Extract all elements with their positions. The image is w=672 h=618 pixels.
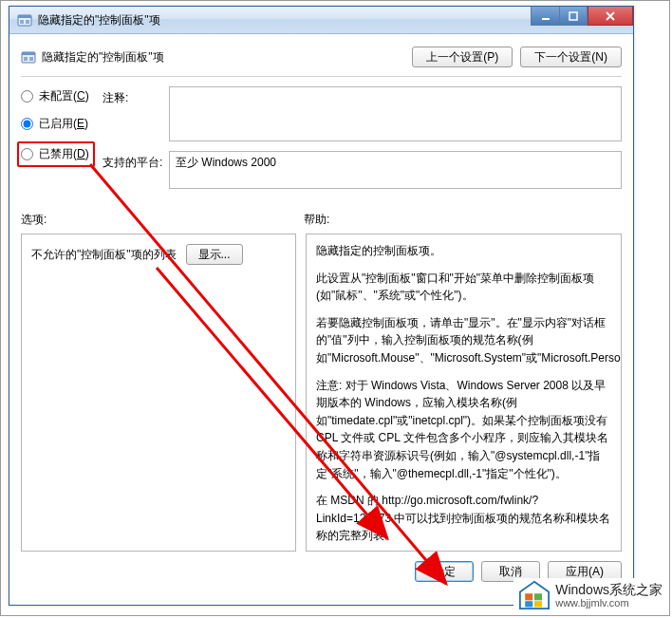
svg-rect-16	[534, 601, 542, 607]
svg-rect-15	[525, 601, 532, 607]
options-row: 不允许的"控制面板"项的列表 显示...	[31, 244, 286, 265]
svg-rect-3	[26, 20, 29, 24]
platform-row: 支持的平台: 至少 Windows 2000	[103, 151, 622, 189]
help-label: 帮助:	[304, 212, 329, 228]
app-icon	[17, 12, 32, 28]
radio-enabled-label: 已启用(	[39, 117, 77, 130]
prev-setting-label: 上一个设置(P)	[426, 50, 498, 64]
section-labels: 选项: 帮助:	[21, 212, 622, 228]
maximize-button[interactable]	[559, 7, 588, 26]
platform-value: 至少 Windows 2000	[169, 151, 622, 189]
watermark-line1: Windows系统之家	[555, 582, 663, 597]
upper-grid: 未配置(C) 已启用(E) 已禁用(D) 注释:	[21, 86, 622, 198]
help-p2: 此设置从"控制面板"窗口和"开始"菜单中删除控制面板项(如"鼠标"、"系统"或"…	[316, 270, 611, 305]
platform-label: 支持的平台:	[103, 151, 169, 189]
radio-disabled-label: 已禁用(	[39, 147, 77, 160]
policy-icon	[21, 49, 36, 65]
help-p4: 注意: 对于 Windows Vista、Windows Server 2008…	[316, 377, 611, 483]
svg-rect-5	[569, 12, 577, 20]
svg-rect-4	[542, 18, 550, 20]
ok-button-label: 确定	[433, 565, 456, 578]
ok-button[interactable]: 确定	[415, 561, 474, 582]
help-p3: 若要隐藏控制面板项，请单击"显示"。在"显示内容"对话框的"值"列中，输入控制面…	[316, 314, 611, 367]
options-panel: 不允许的"控制面板"项的列表 显示...	[21, 234, 296, 552]
radio-enabled[interactable]: 已启用(E)	[21, 116, 103, 132]
watermark-text: Windows系统之家 www.bjjmlv.com	[555, 582, 663, 609]
comment-textarea[interactable]	[169, 86, 622, 141]
radio-disabled-input[interactable]	[21, 148, 33, 160]
help-panel[interactable]: 隐藏指定的控制面板项。 此设置从"控制面板"窗口和"开始"菜单中删除控制面板项(…	[306, 234, 622, 552]
watermark: Windows系统之家 www.bjjmlv.com	[513, 578, 666, 612]
watermark-line2: www.bjjmlv.com	[555, 597, 663, 609]
cancel-button-label: 取消	[499, 565, 522, 578]
lower-grid: 不允许的"控制面板"项的列表 显示... 隐藏指定的控制面板项。 此设置从"控制…	[21, 234, 622, 552]
radio-enabled-input[interactable]	[21, 118, 33, 130]
svg-rect-14	[534, 593, 542, 600]
radio-not-configured-input[interactable]	[21, 90, 33, 103]
svg-rect-8	[24, 57, 28, 61]
svg-rect-1	[18, 15, 31, 18]
prev-setting-button[interactable]: 上一个设置(P)	[412, 47, 513, 67]
apply-button-label: 应用(A)	[566, 565, 604, 578]
disallowed-list-label: 不允许的"控制面板"项的列表	[31, 247, 177, 263]
fields-column: 注释: 支持的平台: 至少 Windows 2000	[103, 86, 622, 198]
header-row: 隐藏指定的"控制面板"项 上一个设置(P) 下一个设置(N)	[21, 44, 622, 70]
radio-not-configured[interactable]: 未配置(C)	[21, 88, 103, 104]
show-button[interactable]: 显示...	[186, 244, 243, 265]
dialog-window: 隐藏指定的"控制面板"项 隐藏指定的"控制面板"项	[9, 6, 634, 606]
svg-rect-9	[29, 57, 33, 61]
close-button[interactable]	[588, 7, 633, 26]
minimize-button[interactable]	[531, 7, 559, 26]
show-button-label: 显示...	[198, 248, 231, 261]
divider	[21, 76, 622, 77]
window-controls	[531, 7, 633, 26]
radio-column: 未配置(C) 已启用(E) 已禁用(D)	[21, 86, 103, 198]
help-p5: 在 MSDN 的 http://go.microsoft.com/fwlink/…	[316, 492, 611, 545]
policy-title: 隐藏指定的"控制面板"项	[42, 49, 404, 66]
radio-disabled[interactable]: 已禁用(D)	[21, 146, 89, 162]
next-setting-button[interactable]: 下一个设置(N)	[520, 47, 622, 67]
svg-rect-7	[22, 52, 35, 55]
radio-not-configured-label: 未配置(	[39, 89, 77, 103]
svg-rect-2	[20, 20, 24, 24]
comment-label: 注释:	[103, 86, 169, 141]
annotation-highlight-disabled: 已禁用(D)	[17, 141, 95, 167]
comment-row: 注释:	[103, 86, 622, 141]
client-area: 隐藏指定的"控制面板"项 上一个设置(P) 下一个设置(N) 未配置(C) 已启…	[9, 34, 633, 593]
titlebar: 隐藏指定的"控制面板"项	[9, 7, 633, 34]
next-setting-label: 下一个设置(N)	[534, 50, 607, 64]
options-label: 选项:	[21, 212, 304, 228]
svg-rect-13	[525, 593, 532, 600]
help-p1: 隐藏指定的控制面板项。	[316, 242, 611, 260]
watermark-logo-icon	[517, 580, 551, 610]
window-title: 隐藏指定的"控制面板"项	[38, 12, 160, 28]
